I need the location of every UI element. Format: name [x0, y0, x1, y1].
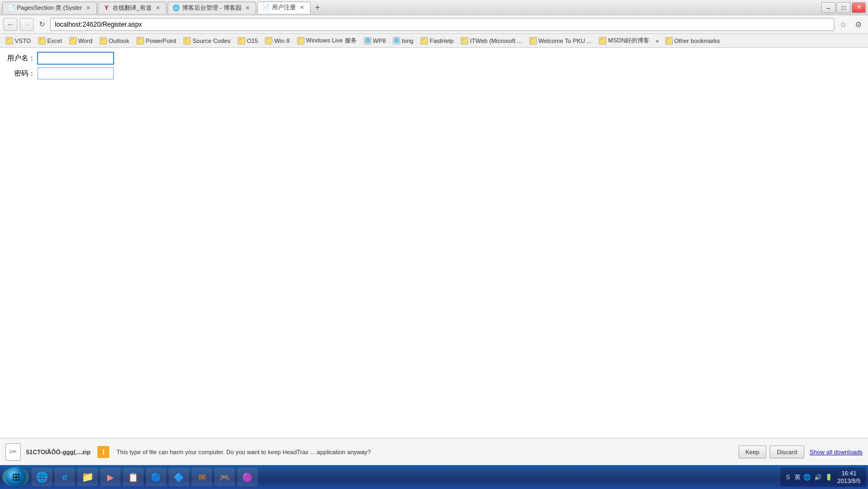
download-actions: Keep Discard	[739, 445, 804, 459]
bookmark-itweb[interactable]: 📁 ITWeb (Microsoft ...	[457, 35, 525, 46]
bookmarks-more-button[interactable]: »	[653, 35, 661, 46]
bookmark-windowslive[interactable]: 📁 Windows Live 服务	[294, 35, 360, 46]
minimize-button[interactable]: –	[821, 2, 835, 13]
tab-title-1: PagesSection 类 (Syster	[17, 4, 82, 12]
download-file-icon: ZIP	[5, 443, 21, 461]
browser-window: 📄 PagesSection 类 (Syster ✕ Y 在线翻译_有道 ✕ 🌐…	[0, 0, 868, 489]
username-input[interactable]	[38, 52, 114, 64]
bookmark-pku[interactable]: 📁 Welcome To PKU ...	[526, 35, 595, 46]
refresh-button[interactable]: ↻	[36, 18, 48, 30]
back-button[interactable]: ←	[3, 18, 17, 31]
tray-icon-battery[interactable]: 🔋	[824, 473, 833, 481]
bookmark-outlook[interactable]: 📁 Outlook	[96, 35, 133, 46]
tab-close-2[interactable]: ✕	[154, 4, 162, 11]
bookmark-msdn[interactable]: 📁 MSDN好的博客	[596, 35, 653, 46]
bookmark-word[interactable]: 📁 Word	[66, 35, 96, 46]
start-button[interactable]: ⊞	[2, 467, 29, 487]
bookmark-folder-icon: 📁	[183, 37, 191, 45]
tools-icon[interactable]: ⚙	[852, 18, 865, 31]
bookmark-star-icon[interactable]: ☆	[836, 18, 850, 31]
download-filename: 51CTOlÃÔÒ-ggg(....zip	[26, 449, 90, 455]
taskbar-app-10[interactable]: 🟣	[237, 468, 258, 486]
system-clock[interactable]: 16:41 2013/8/5	[835, 469, 863, 485]
bookmark-folder-icon: 📁	[599, 37, 606, 45]
bookmark-folder-icon: 📁	[5, 37, 13, 45]
forward-button[interactable]: →	[20, 18, 34, 31]
tab-youdao[interactable]: Y 在线翻译_有道 ✕	[98, 2, 166, 14]
bookmark-wp8[interactable]: 🌐 WP8	[361, 35, 389, 46]
password-input[interactable]	[38, 67, 114, 79]
bookmark-bing[interactable]: 🌐 bing	[389, 35, 417, 46]
tab-bar: 📄 PagesSection 类 (Syster ✕ Y 在线翻译_有道 ✕ 🌐…	[2, 2, 324, 14]
bookmark-label: ITWeb (Microsoft ...	[470, 38, 522, 44]
taskbar-app-ie[interactable]: e	[54, 468, 75, 486]
bookmark-label: Source Codes	[193, 38, 231, 44]
bookmark-label: Welcome To PKU ...	[538, 38, 592, 44]
close-button[interactable]: ✕	[852, 2, 866, 13]
taskbar-app-explorer[interactable]: 📁	[77, 468, 98, 486]
tab-register[interactable]: 📄 用户注册 ✕	[257, 2, 311, 14]
bookmark-win8[interactable]: 📁 Win 8	[262, 35, 293, 46]
tray-icon-volume[interactable]: 🔊	[814, 473, 822, 481]
taskbar-app-6[interactable]: 🔵	[146, 468, 166, 486]
username-label: 用户名：	[5, 53, 35, 63]
bookmark-label: MSDN好的博客	[608, 36, 649, 45]
bookmark-folder-icon: 📁	[100, 37, 107, 45]
tab-close-1[interactable]: ✕	[84, 4, 92, 11]
tab-blog[interactable]: 🌐 博客后台管理 - 博客园 ✕	[168, 2, 256, 14]
taskbar-app-9[interactable]: 🎮	[214, 468, 235, 486]
taskbar: ⊞ 🌐 e 📁 ▶ 📋 🔵 🔷 ✉ 🎮 🟣 S 英 🌐 🔊 🔋 16:41 20…	[0, 465, 868, 489]
password-label: 密码：	[5, 69, 35, 78]
tab-pagesection[interactable]: 📄 PagesSection 类 (Syster ✕	[2, 2, 97, 14]
address-bar[interactable]	[50, 18, 834, 31]
keep-button[interactable]: Keep	[739, 445, 767, 459]
taskbar-app-chrome[interactable]: 🌐	[32, 468, 52, 486]
tray-icon-network[interactable]: 🌐	[803, 473, 811, 481]
discard-button[interactable]: Discard	[770, 445, 804, 459]
maximize-button[interactable]: □	[836, 2, 851, 13]
new-tab-button[interactable]: +	[312, 2, 324, 14]
bookmark-label: Excel	[47, 38, 62, 44]
bookmark-folder-icon: 📁	[238, 37, 245, 45]
bookmark-o15[interactable]: 📁 O15	[234, 35, 262, 46]
bookmark-label: bing	[402, 38, 413, 44]
tab-close-3[interactable]: ✕	[244, 4, 251, 11]
taskbar-app-8[interactable]: ✉	[191, 468, 212, 486]
bookmark-powerpoint[interactable]: 📁 PowerPoint	[133, 35, 179, 46]
username-row: 用户名：	[5, 52, 863, 64]
warning-icon: !	[97, 446, 109, 458]
bookmark-icon: 🌐	[364, 37, 371, 45]
bookmark-label: FastHelp	[430, 38, 454, 44]
bookmark-excel[interactable]: 📁 Excel	[35, 35, 65, 46]
bookmark-folder-icon: 📁	[461, 37, 468, 45]
download-warning-text: This type of file can harm your computer…	[116, 449, 370, 455]
bookmark-label: Win 8	[274, 38, 289, 44]
taskbar-app-7[interactable]: 🔷	[169, 468, 189, 486]
bookmark-folder-icon: 📁	[665, 37, 673, 45]
tray-icon-ime[interactable]: S	[784, 473, 792, 481]
bookmark-label: Outlook	[109, 38, 129, 44]
taskbar-app-media[interactable]: ▶	[100, 468, 121, 486]
bookmark-vsto[interactable]: 📁 VSTO	[2, 35, 34, 46]
download-bar: ZIP 51CTOlÃÔÒ-ggg(....zip ! This type of…	[0, 438, 868, 465]
bookmark-other[interactable]: 📁 Other bookmarks	[662, 35, 723, 46]
clock-time: 16:41	[835, 469, 863, 477]
input-language-indicator[interactable]: 英	[795, 473, 801, 481]
zip-icon: ZIP	[5, 443, 21, 461]
bookmark-folder-icon: 📁	[38, 37, 46, 45]
tab-close-4[interactable]: ✕	[298, 4, 306, 11]
system-tray: S 英 🌐 🔊 🔋 16:41 2013/8/5	[780, 467, 866, 487]
bookmark-label: WP8	[373, 38, 386, 44]
tab-title-3: 博客后台管理 - 博客园	[182, 4, 241, 12]
tab-favicon-3: 🌐	[172, 4, 180, 11]
download-warning-icon-area: !	[96, 444, 111, 460]
bookmark-fasthelp[interactable]: 📁 FastHelp	[417, 35, 457, 46]
tab-title-4: 用户注册	[272, 3, 296, 11]
nav-right-controls: ☆ ⚙	[836, 18, 865, 31]
bookmark-source-codes[interactable]: 📁 Source Codes	[180, 35, 234, 46]
show-all-downloads-link[interactable]: Show all downloads	[810, 449, 863, 455]
taskbar-app-5[interactable]: 📋	[123, 468, 144, 486]
title-bar: 📄 PagesSection 类 (Syster ✕ Y 在线翻译_有道 ✕ 🌐…	[0, 0, 868, 15]
bookmark-folder-icon: 📁	[137, 37, 144, 45]
tab-favicon-4: 📄	[262, 4, 270, 11]
